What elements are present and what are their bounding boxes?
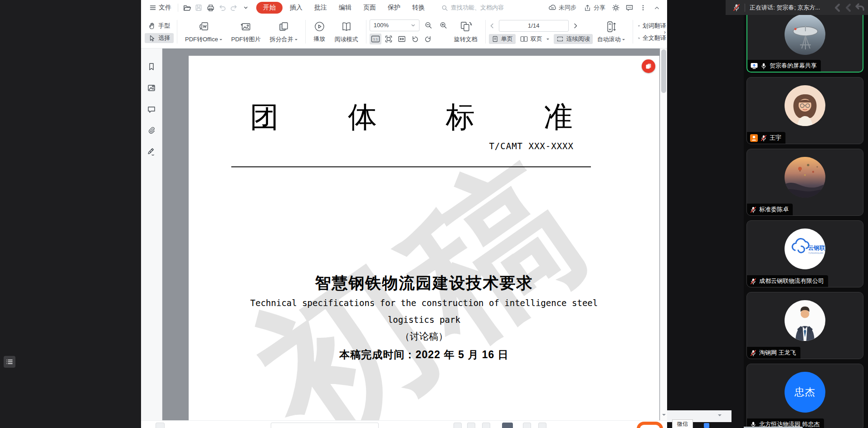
sync-status-button[interactable]: 未同步 [546, 4, 579, 12]
chevron-left-icon[interactable] [844, 3, 853, 13]
word-translate-button[interactable]: 划词翻译 [636, 21, 667, 31]
open-file-button[interactable] [181, 2, 193, 13]
print-button[interactable] [205, 2, 216, 13]
standard-number: T/CAMT XXX-XXXX [489, 141, 574, 151]
status-control[interactable] [523, 423, 531, 428]
logo-text: 云钢联 [808, 245, 825, 251]
screen: 文件 开始 插入 批注 编辑 页面 保护 转换 查找功能、文档内容 [0, 0, 868, 428]
status-control[interactable] [454, 423, 462, 428]
pdf-to-image-button[interactable]: PDF转图片 [227, 15, 265, 48]
word-translate-icon [638, 22, 640, 29]
thumbnail-panel-toggle-icon[interactable] [4, 356, 15, 368]
zoom-in-button[interactable] [438, 20, 449, 31]
participant-tile[interactable]: 淘钢网 王龙飞 [746, 292, 863, 359]
fit-page-button[interactable] [383, 34, 395, 44]
dropdown-caret-icon [718, 414, 722, 418]
participant-tile[interactable]: 贺宗春的屏幕共享 [746, 5, 863, 73]
rotate-document-button[interactable]: 旋转文档 [449, 15, 482, 48]
rotate-ccw-button[interactable] [409, 34, 421, 44]
logo-subtext: YUNGANGLIAN [808, 252, 823, 254]
mic-on-icon [761, 63, 767, 69]
participant-label: 标准委陈卓 [747, 204, 793, 215]
pdf-to-image-label: PDF转图片 [231, 35, 261, 44]
page-number-input[interactable]: 1/14 [499, 20, 569, 32]
status-control[interactable] [156, 423, 165, 428]
participant-tile[interactable]: 云钢联 YUNGANGLIAN 成都云钢联物流有限公司 [746, 220, 863, 287]
select-tool-button[interactable]: 选择 [145, 33, 174, 43]
wps-taskbar-logo-fragment [637, 422, 663, 428]
toolbar-overflow-expander[interactable]: › [664, 29, 666, 35]
signature-pen-icon[interactable] [147, 147, 156, 156]
feedback-chat-icon[interactable] [624, 2, 635, 13]
undo-button[interactable] [216, 2, 228, 13]
status-control[interactable] [502, 423, 513, 428]
share-button[interactable]: 分享 [581, 4, 608, 12]
rotate-document-icon [459, 20, 473, 33]
tab-insert[interactable]: 插入 [285, 2, 307, 14]
tab-page[interactable]: 页面 [359, 2, 380, 14]
save-button[interactable] [193, 2, 205, 13]
participant-tile[interactable]: 王宇 [746, 77, 863, 144]
image-icon[interactable] [147, 83, 156, 92]
tab-home[interactable]: 开始 [256, 2, 283, 14]
document-viewport[interactable]: 初稿 团 体 标 准 T/CAMT XXX-XXXX 智慧钢铁物流园建设技术要求… [162, 49, 660, 420]
status-control[interactable] [482, 423, 490, 428]
settings-gear-icon[interactable] [610, 2, 622, 13]
quick-access-dropdown-icon[interactable] [240, 2, 252, 13]
vertical-scrollbar[interactable] [660, 49, 667, 420]
rotate-cw-button[interactable] [422, 34, 434, 44]
search-input[interactable]: 查找功能、文档内容 [441, 4, 518, 12]
redo-button[interactable] [228, 2, 240, 13]
status-search-box[interactable] [271, 423, 379, 428]
avatar-initials: 忠杰 [795, 385, 815, 399]
double-page-view-button[interactable]: 双页 [517, 34, 552, 44]
tab-convert[interactable]: 转换 [408, 2, 429, 14]
ribbon-tabs: 开始 插入 批注 编辑 页面 保护 转换 [256, 2, 429, 14]
hand-icon [148, 22, 156, 29]
play-button[interactable]: 播放 [309, 15, 330, 48]
bookmark-icon[interactable] [147, 62, 156, 71]
attachment-paperclip-icon[interactable] [147, 126, 156, 135]
dropdown-caret-icon [546, 39, 549, 41]
actual-size-button[interactable]: 1:1 [370, 34, 381, 44]
scrollbar-thumb[interactable] [661, 49, 666, 93]
split-merge-button[interactable]: 拆分合并 [265, 15, 302, 48]
participant-tile[interactable]: 标准委陈卓 [746, 149, 863, 216]
collapse-toolbar-chevron-icon[interactable] [651, 2, 663, 13]
full-translate-button[interactable]: 全文翻译 [636, 33, 667, 43]
single-page-view-button[interactable]: 单页 [489, 34, 516, 44]
read-mode-button[interactable]: 阅读模式 [330, 15, 363, 48]
tab-comment[interactable]: 批注 [310, 2, 332, 14]
more-options-kebab-icon[interactable] [637, 2, 649, 13]
mic-muted-icon[interactable] [733, 4, 740, 11]
zoom-out-button[interactable] [423, 20, 434, 31]
conference-panel: 贺宗春的屏幕共享 王宇 [744, 0, 868, 428]
file-menu-button[interactable]: 文件 [146, 4, 175, 12]
header-char: 准 [544, 97, 573, 137]
continuous-reading-label: 连续阅读 [566, 35, 590, 43]
continuous-reading-button[interactable]: 连续阅读 [554, 34, 593, 44]
menubar-right-cluster: 未同步 分享 [546, 2, 663, 13]
fit-width-button[interactable] [396, 34, 408, 44]
scrollbar-down-arrow-icon[interactable] [662, 414, 666, 418]
participant-tile[interactable]: 忠杰 北方恒达物流园 韩忠杰 [746, 364, 863, 428]
wps-pdf-float-badge[interactable] [642, 59, 655, 73]
pdf-to-office-button[interactable]: PDF转Office [180, 15, 227, 48]
participant-label: 贺宗春的屏幕共享 [747, 60, 821, 72]
separator [745, 4, 745, 12]
draft-watermark: 初稿 [216, 109, 632, 420]
previous-page-chevron-icon[interactable] [489, 23, 495, 29]
comment-icon[interactable] [147, 105, 156, 114]
chevron-left-icon[interactable] [833, 3, 843, 13]
zoom-level-dropdown[interactable]: 100% [370, 19, 419, 31]
avatar [785, 14, 825, 55]
next-page-chevron-icon[interactable] [572, 23, 579, 29]
status-control[interactable] [467, 423, 475, 428]
status-control[interactable] [538, 423, 546, 428]
actual-size-text: 1:1 [373, 37, 378, 41]
tab-protect[interactable]: 保护 [383, 2, 405, 14]
tab-edit[interactable]: 编辑 [334, 2, 356, 14]
return-arrow-icon[interactable] [854, 3, 865, 13]
auto-scroll-button[interactable]: 自动滚动 [593, 15, 629, 48]
hand-tool-button[interactable]: 手型 [145, 21, 174, 31]
